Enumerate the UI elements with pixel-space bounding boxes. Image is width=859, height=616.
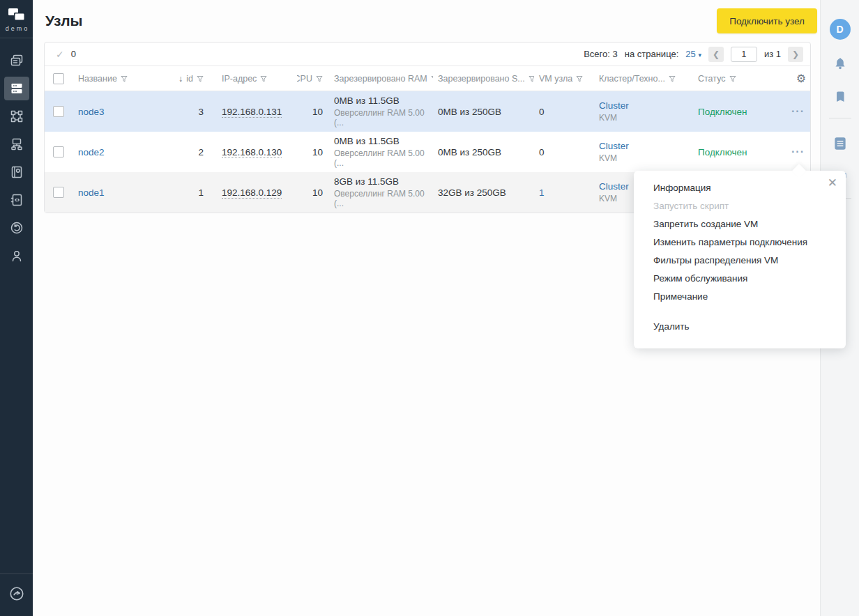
node-ram-note: Оверселлинг RAM 5.00 (... xyxy=(334,148,433,168)
row-actions-button[interactable]: ··· xyxy=(790,105,806,118)
row-checkbox[interactable] xyxy=(53,146,64,157)
of-pages-label: из 1 xyxy=(764,49,781,59)
filter-icon[interactable] xyxy=(197,75,204,82)
node-status: Подключен xyxy=(691,107,785,117)
sidebar-item-cluster[interactable] xyxy=(3,102,31,130)
node-cpu: 10 xyxy=(297,187,325,198)
page-number-input[interactable] xyxy=(731,47,757,62)
column-header-cpu[interactable]: CPU xyxy=(297,74,325,84)
brand-logo[interactable]: demo xyxy=(0,0,33,38)
node-ram-note: Оверселлинг RAM 5.00 (... xyxy=(334,189,433,208)
node-ram: 0MB из 11.5GB xyxy=(334,95,433,106)
node-ip[interactable]: 192.168.0.131 xyxy=(222,107,282,118)
network-icon xyxy=(9,137,24,152)
menu-item-note[interactable]: Примечание xyxy=(634,288,846,306)
disk-image-icon xyxy=(9,164,24,180)
column-header-ram[interactable]: Зарезервировано RAM xyxy=(325,74,433,84)
notifications-bell-icon[interactable] xyxy=(833,56,848,72)
column-header-id[interactable]: ↓id xyxy=(177,74,206,84)
node-ip[interactable]: 192.168.0.130 xyxy=(222,147,282,158)
table-toolbar: ✓ 0 Всего: 3 на странице: 25 ▾ ❮ из 1 ❯ xyxy=(45,43,810,66)
next-page-button[interactable]: ❯ xyxy=(788,47,803,62)
menu-item-edit-connection-params[interactable]: Изменить параметры подключения xyxy=(634,233,846,252)
table-row-node3[interactable]: node3 3 192.168.0.131 10 0MB из 11.5GB О… xyxy=(45,91,810,132)
node-name-link[interactable]: node2 xyxy=(78,147,105,157)
column-header-vm[interactable]: VM узла xyxy=(534,74,593,84)
filter-icon[interactable] xyxy=(529,75,534,82)
table-settings-gear-icon[interactable]: ⚙ xyxy=(796,72,806,85)
cluster-link[interactable]: Cluster xyxy=(599,181,629,192)
per-page-select[interactable]: 25 ▾ xyxy=(685,49,701,59)
sidebar-item-scripts[interactable] xyxy=(3,186,31,214)
cluster-tech: KVM xyxy=(599,113,691,123)
table-row-node2[interactable]: node2 2 192.168.0.130 10 0MB из 11.5GB О… xyxy=(45,132,810,172)
filter-icon[interactable] xyxy=(576,75,583,82)
sidebar-item-disk-images[interactable] xyxy=(3,158,31,186)
filter-icon[interactable] xyxy=(729,75,736,82)
cluster-link[interactable]: Cluster xyxy=(599,141,629,151)
chevron-down-icon: ▾ xyxy=(698,52,701,59)
menu-item-information[interactable]: Информация xyxy=(634,179,846,197)
sort-desc-icon: ↓ xyxy=(178,74,183,84)
prev-page-button[interactable]: ❮ xyxy=(708,47,724,62)
filter-icon[interactable] xyxy=(121,75,128,82)
row-checkbox[interactable] xyxy=(53,187,64,198)
sidebar-item-nodes[interactable] xyxy=(4,77,29,100)
filter-icon[interactable] xyxy=(260,75,267,82)
cluster-link[interactable]: Cluster xyxy=(599,100,629,111)
node-storage: 0MB из 250GB xyxy=(433,147,534,157)
column-header-storage[interactable]: Зарезервировано S... xyxy=(433,74,534,84)
filter-icon[interactable] xyxy=(669,75,676,82)
node-id: 1 xyxy=(177,187,206,198)
page-title: Узлы xyxy=(45,13,82,29)
sidebar-item-network[interactable] xyxy=(3,130,31,158)
table-header-row: Название ↓id IP-адрес CPU Зарезервирован… xyxy=(45,66,810,91)
node-status: Подключен xyxy=(691,147,785,157)
sidebar-item-history[interactable] xyxy=(3,214,31,242)
menu-item-delete[interactable]: Удалить xyxy=(634,318,846,336)
row-context-menu: ✕ Информация Запустить скрипт Запретить … xyxy=(634,171,846,348)
avatar[interactable]: D xyxy=(830,19,851,40)
docs-book-icon[interactable] xyxy=(833,88,848,104)
vm-stack-icon xyxy=(9,53,24,68)
node-cluster-cell: Cluster KVM xyxy=(593,141,691,163)
sidebar-item-vm-stack[interactable] xyxy=(3,47,31,75)
filter-icon[interactable] xyxy=(316,75,323,82)
collapse-arrow-icon xyxy=(8,585,25,602)
node-vm-count-link[interactable]: 1 xyxy=(539,187,545,198)
row-checkbox[interactable] xyxy=(53,106,64,117)
node-name-link[interactable]: node1 xyxy=(78,187,105,198)
node-cpu: 10 xyxy=(297,147,325,157)
column-header-cluster[interactable]: Кластер/Техно... xyxy=(593,74,691,84)
connect-node-button[interactable]: Подключить узел xyxy=(717,8,817,33)
total-count: Всего: 3 xyxy=(584,49,618,59)
node-ram-note: Оверселлинг RAM 5.00 (... xyxy=(334,108,433,128)
left-sidebar: demo xyxy=(0,0,33,616)
node-cpu: 10 xyxy=(297,107,325,117)
node-id: 3 xyxy=(177,107,206,117)
row-actions-button[interactable]: ··· xyxy=(790,146,806,158)
node-ram: 8GB из 11.5GB xyxy=(334,176,433,187)
select-all-checkbox[interactable] xyxy=(53,73,64,84)
cluster-icon xyxy=(9,109,24,124)
menu-item-forbid-vm-creation[interactable]: Запретить создание VM xyxy=(634,215,846,233)
nodes-icon xyxy=(9,81,24,96)
column-header-ip[interactable]: IP-адрес xyxy=(206,74,297,84)
selected-check-icon[interactable]: ✓ xyxy=(56,49,64,60)
node-name-link[interactable]: node3 xyxy=(78,107,105,117)
scripts-icon xyxy=(9,192,24,208)
node-vm-count: 0 xyxy=(534,107,593,117)
menu-item-maintenance-mode[interactable]: Режим обслуживания xyxy=(634,270,846,288)
user-icon xyxy=(9,248,24,263)
sidebar-item-users[interactable] xyxy=(3,242,31,270)
column-header-status[interactable]: Статус xyxy=(691,74,785,84)
divider xyxy=(829,118,851,118)
per-page-label: на странице: xyxy=(625,49,679,59)
node-ip[interactable]: 192.168.0.129 xyxy=(222,187,282,199)
sidebar-collapse-button[interactable] xyxy=(3,580,31,608)
history-icon xyxy=(9,220,24,236)
close-icon[interactable]: ✕ xyxy=(828,178,837,189)
column-header-name[interactable]: Название xyxy=(73,74,177,84)
menu-item-vm-distribution-filters[interactable]: Фильтры распределения VM xyxy=(634,252,846,270)
document-list-icon[interactable] xyxy=(832,135,849,152)
